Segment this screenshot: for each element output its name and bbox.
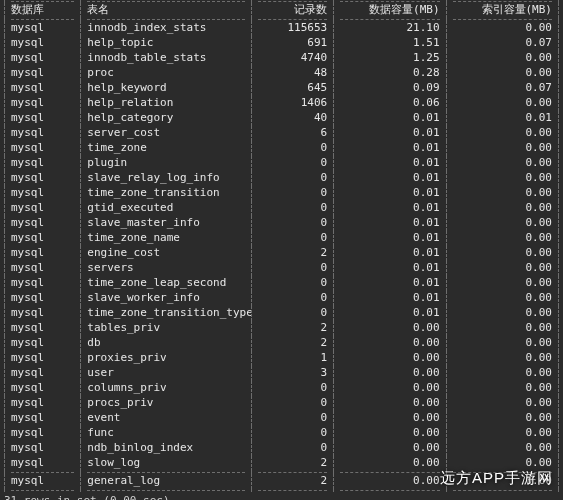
cell-db: mysql: [5, 321, 81, 336]
cell-db: mysql: [5, 156, 81, 171]
cell-data-mb: 0.00: [334, 411, 446, 426]
cell-data-mb: 0.00: [334, 426, 446, 441]
cell-db: mysql: [5, 231, 81, 246]
cell-table: plugin: [81, 156, 252, 171]
cell-db: mysql: [5, 456, 81, 471]
cell-data-mb: 21.10: [334, 21, 446, 36]
table-row: mysqlhelp_category400.010.01: [5, 111, 559, 126]
cell-index-mb: 0.00: [446, 171, 558, 186]
cell-db: mysql: [5, 261, 81, 276]
cell-records: 0: [251, 186, 333, 201]
cell-db: mysql: [5, 291, 81, 306]
cell-records: 4740: [251, 51, 333, 66]
table-row: mysqlslave_master_info00.010.00: [5, 216, 559, 231]
cell-table: server_cost: [81, 126, 252, 141]
table-row: mysqlproc480.280.00: [5, 66, 559, 81]
cell-data-mb: 0.00: [334, 351, 446, 366]
table-row: mysqlinnodb_table_stats47401.250.00: [5, 51, 559, 66]
cell-data-mb: 0.01: [334, 201, 446, 216]
cell-db: mysql: [5, 411, 81, 426]
cell-records: 115653: [251, 21, 333, 36]
cell-db: mysql: [5, 351, 81, 366]
cell-table: time_zone_name: [81, 231, 252, 246]
cell-db: mysql: [5, 276, 81, 291]
cell-records: 0: [251, 411, 333, 426]
cell-table: db: [81, 336, 252, 351]
table-row: mysqlservers00.010.00: [5, 261, 559, 276]
cell-table: gtid_executed: [81, 201, 252, 216]
cell-data-mb: 0.00: [334, 456, 446, 471]
cell-index-mb: 0.00: [446, 321, 558, 336]
cell-table: help_topic: [81, 36, 252, 51]
cell-index-mb: 0.00: [446, 201, 558, 216]
mysql-table: 数据库 表名 记录数 数据容量(MB) 索引容量(MB) mysqlinnodb…: [4, 0, 559, 492]
cell-data-mb: 0.01: [334, 111, 446, 126]
cell-data-mb: 0.00: [334, 396, 446, 411]
cell-table: help_category: [81, 111, 252, 126]
table-row: mysqltime_zone_leap_second00.010.00: [5, 276, 559, 291]
cell-data-mb: 0.09: [334, 81, 446, 96]
cell-records: 2: [251, 336, 333, 351]
cell-table: func: [81, 426, 252, 441]
cell-table: innodb_index_stats: [81, 21, 252, 36]
cell-records: 0: [251, 441, 333, 456]
cell-records: 691: [251, 36, 333, 51]
table-row: mysqlslave_worker_info00.010.00: [5, 291, 559, 306]
cell-records: 2: [251, 456, 333, 471]
cell-index-mb: 0.00: [446, 426, 558, 441]
cell-table: engine_cost: [81, 246, 252, 261]
cell-db: mysql: [5, 441, 81, 456]
cell-data-mb: 0.01: [334, 261, 446, 276]
cell-data-mb: 0.00: [334, 441, 446, 456]
cell-table: slave_relay_log_info: [81, 171, 252, 186]
cell-db: mysql: [5, 51, 81, 66]
table-row: mysqlhelp_relation14060.060.00: [5, 96, 559, 111]
cell-index-mb: 0.00: [446, 336, 558, 351]
table-row: mysqlcolumns_priv00.000.00: [5, 381, 559, 396]
cell-table: slave_master_info: [81, 216, 252, 231]
table-row: mysqlplugin00.010.00: [5, 156, 559, 171]
cell-db: mysql: [5, 66, 81, 81]
cell-table: general_log: [81, 474, 252, 489]
cell-data-mb: 0.01: [334, 156, 446, 171]
cell-index-mb: 0.07: [446, 81, 558, 96]
cell-table: tables_priv: [81, 321, 252, 336]
cell-db: mysql: [5, 126, 81, 141]
cell-records: 2: [251, 474, 333, 489]
cell-index-mb: 0.00: [446, 351, 558, 366]
cell-db: mysql: [5, 96, 81, 111]
table-row: mysqlhelp_topic6911.510.07: [5, 36, 559, 51]
cell-table: slave_worker_info: [81, 291, 252, 306]
cell-db: mysql: [5, 36, 81, 51]
table-row: mysqlprocs_priv00.000.00: [5, 396, 559, 411]
cell-index-mb: 0.00: [446, 306, 558, 321]
cell-db: mysql: [5, 81, 81, 96]
cell-table: time_zone_transition_type: [81, 306, 252, 321]
cell-index-mb: 0.00: [446, 66, 558, 81]
table-row: mysqlfunc00.000.00: [5, 426, 559, 441]
cell-records: 3: [251, 366, 333, 381]
cell-data-mb: 0.00: [334, 381, 446, 396]
cell-index-mb: 0.00: [446, 126, 558, 141]
table-row: mysqltables_priv20.000.00: [5, 321, 559, 336]
table-row: mysqlproxies_priv10.000.00: [5, 351, 559, 366]
cell-table: help_relation: [81, 96, 252, 111]
cell-data-mb: 1.25: [334, 51, 446, 66]
cell-data-mb: 0.00: [334, 366, 446, 381]
cell-index-mb: 0.00: [446, 51, 558, 66]
cell-records: 0: [251, 396, 333, 411]
cell-table: help_keyword: [81, 81, 252, 96]
cell-index-mb: 0.00: [446, 381, 558, 396]
cell-db: mysql: [5, 396, 81, 411]
cell-records: 1: [251, 351, 333, 366]
cell-data-mb: 0.00: [334, 336, 446, 351]
cell-db: mysql: [5, 186, 81, 201]
watermark: 远方APP手游网: [440, 468, 553, 488]
col-records: 记录数: [251, 3, 333, 18]
cell-db: mysql: [5, 381, 81, 396]
table-row: mysqltime_zone00.010.00: [5, 141, 559, 156]
cell-data-mb: 0.01: [334, 216, 446, 231]
table-row: mysqlgtid_executed00.010.00: [5, 201, 559, 216]
cell-table: time_zone: [81, 141, 252, 156]
cell-index-mb: 0.00: [446, 21, 558, 36]
